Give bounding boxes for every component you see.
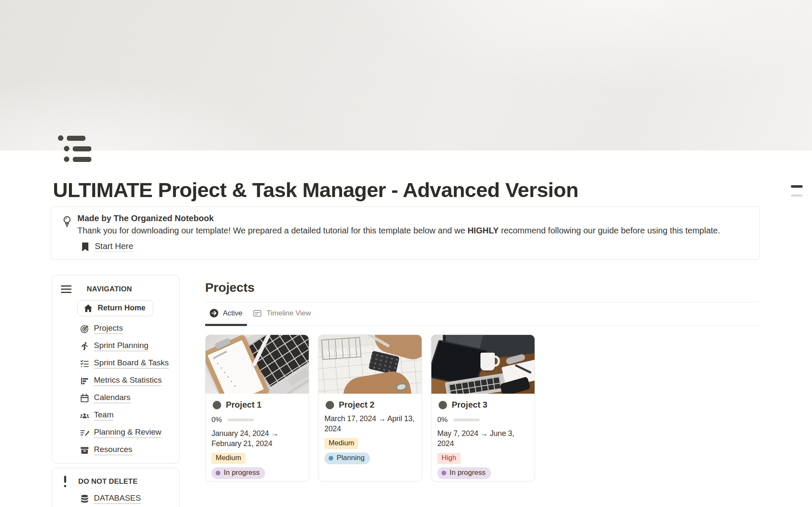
bookmark-icon — [81, 242, 89, 252]
project-card-1[interactable]: Project 1 0% January 24, 2024 → February… — [205, 334, 309, 482]
sidebar-item-label: Sprint Planning — [94, 341, 148, 351]
tab-active[interactable]: Active — [205, 308, 247, 325]
sidebar-item-metrics-statistics[interactable]: Metrics & Statistics — [80, 372, 179, 389]
status-label: In progress — [450, 469, 486, 477]
exclamation-icon — [63, 476, 67, 488]
callout-body-intro: Thank you for downloading our template! … — [77, 226, 467, 235]
checklist-icon — [80, 359, 89, 368]
start-here-label: Start Here — [95, 241, 133, 252]
home-icon — [84, 304, 92, 312]
arrow-circle-icon — [209, 308, 219, 318]
progress-bar — [453, 419, 480, 421]
status-tag: In progress — [437, 467, 491, 479]
do-not-delete-header: DO NOT DELETE — [63, 475, 179, 488]
project-card-3[interactable]: Project 3 0% May 7, 2024 → June 3, 2024 … — [431, 334, 535, 482]
card-body: Project 2 March 17, 2024 → April 13, 202… — [318, 394, 422, 464]
sidebar-item-label: Projects — [94, 323, 123, 334]
sidebar-item-team[interactable]: Team — [80, 407, 179, 424]
sidebar-item-label: Sprint Board & Tasks — [94, 358, 169, 369]
card-title-row: Project 2 — [324, 400, 416, 410]
progress-percent: 0% — [437, 416, 448, 424]
progress-row: 0% — [437, 415, 529, 425]
callout-body-outro: recommend following our guide before usi… — [499, 226, 720, 235]
project-date-range: January 24, 2024 → February 21, 2024 — [211, 428, 303, 449]
status-dot-icon — [216, 471, 220, 475]
sidebar-item-databases[interactable]: DATABASES — [80, 490, 179, 507]
project-title: Project 3 — [452, 400, 487, 410]
toc-bar — [791, 195, 803, 197]
do-not-delete-links: DATABASES — [80, 490, 179, 507]
card-title-row: Project 3 — [437, 400, 529, 410]
status-tag: Planning — [324, 452, 370, 464]
timeline-icon — [252, 309, 262, 318]
navigation-heading: NAVIGATION — [87, 285, 132, 293]
project-title: Project 1 — [226, 400, 261, 410]
project-circle-icon — [326, 401, 334, 409]
target-icon — [80, 324, 89, 334]
priority-row: Medium — [211, 453, 303, 464]
navigation-header: NAVIGATION — [61, 284, 179, 295]
status-dot-icon — [329, 456, 333, 460]
project-date-range: March 17, 2024 → April 13, 2024 — [324, 414, 416, 434]
database-icon — [80, 494, 89, 504]
plan-sketch-shape — [321, 337, 361, 360]
status-row: In progress — [437, 467, 529, 479]
sidebar-item-sprint-planning[interactable]: Sprint Planning — [80, 337, 179, 355]
status-row: In progress — [211, 467, 303, 479]
page-icon-bullet-list-icon[interactable] — [58, 135, 93, 164]
return-home-button[interactable]: Return Home — [77, 300, 153, 316]
tab-timeline-view[interactable]: Timeline View — [248, 308, 315, 325]
hamburger-icon — [61, 285, 71, 293]
progress-bar — [228, 419, 254, 421]
progress-percent: 0% — [211, 416, 222, 424]
priority-row: Medium — [324, 438, 416, 449]
status-row: Planning — [324, 452, 416, 464]
toc-indicator[interactable] — [791, 185, 803, 197]
callout-body: Thank you for downloading our template! … — [77, 225, 749, 237]
sidebar-item-resources[interactable]: Resources — [80, 441, 179, 459]
page-title: ULTIMATE Project & Task Manager - Advanc… — [53, 178, 713, 202]
sidebar-item-calendars[interactable]: Calendars — [80, 389, 179, 407]
card-title-row: Project 1 — [211, 400, 303, 410]
people-icon — [80, 411, 89, 420]
project-card-2[interactable]: Project 2 March 17, 2024 → April 13, 202… — [318, 334, 422, 482]
sidebar-item-label: DATABASES — [94, 493, 141, 504]
running-icon — [80, 342, 89, 351]
priority-tag: Medium — [324, 438, 358, 449]
progress-row: 0% — [211, 415, 303, 425]
status-label: Planning — [337, 454, 365, 462]
start-here-page-link[interactable]: Start Here — [81, 241, 133, 252]
archive-icon — [80, 446, 89, 455]
bar-chart-icon — [80, 376, 89, 386]
sidebar-item-label: Team — [94, 410, 113, 421]
projects-heading: Projects — [205, 280, 760, 295]
status-dot-icon — [442, 471, 446, 475]
card-body: Project 3 0% May 7, 2024 → June 3, 2024 … — [431, 394, 535, 479]
mug-shape — [480, 353, 495, 370]
priority-tag: Medium — [211, 453, 245, 464]
sidebar-item-planning-review[interactable]: Planning & Review — [80, 424, 179, 441]
project-date-range: May 7, 2024 → June 3, 2024 — [437, 428, 529, 449]
toc-bar-active — [791, 185, 803, 188]
sidebar-item-label: Planning & Review — [94, 428, 161, 438]
project-cover-photo — [206, 335, 309, 394]
card-body: Project 1 0% January 24, 2024 → February… — [206, 394, 309, 479]
icon-row — [58, 135, 93, 141]
project-circle-icon — [439, 401, 447, 409]
sidebar-item-label: Resources — [94, 445, 132, 455]
sidebar-item-label: Calendars — [94, 393, 131, 403]
info-callout: Made by The Organized Notebook Thank you… — [51, 206, 760, 260]
status-label: In progress — [224, 469, 260, 477]
callout-body-bold: HIGHLY — [467, 226, 499, 235]
priority-row: High — [437, 453, 529, 464]
projects-section: Projects Active Timeline View — [205, 275, 760, 482]
view-tabs: Active Timeline View — [205, 302, 760, 326]
sidebar-item-sprint-board-tasks[interactable]: Sprint Board & Tasks — [80, 355, 179, 372]
navigation-links: Projects Sprint Planning Sprint Board & … — [80, 320, 179, 459]
return-home-label: Return Home — [98, 304, 145, 312]
callout-title: Made by The Organized Notebook — [77, 212, 749, 225]
do-not-delete-panel: DO NOT DELETE DATABASES — [52, 468, 180, 507]
sidebar-item-projects[interactable]: Projects — [80, 320, 179, 337]
do-not-delete-heading: DO NOT DELETE — [78, 477, 138, 486]
sidebar-item-label: Metrics & Statistics — [94, 375, 162, 386]
